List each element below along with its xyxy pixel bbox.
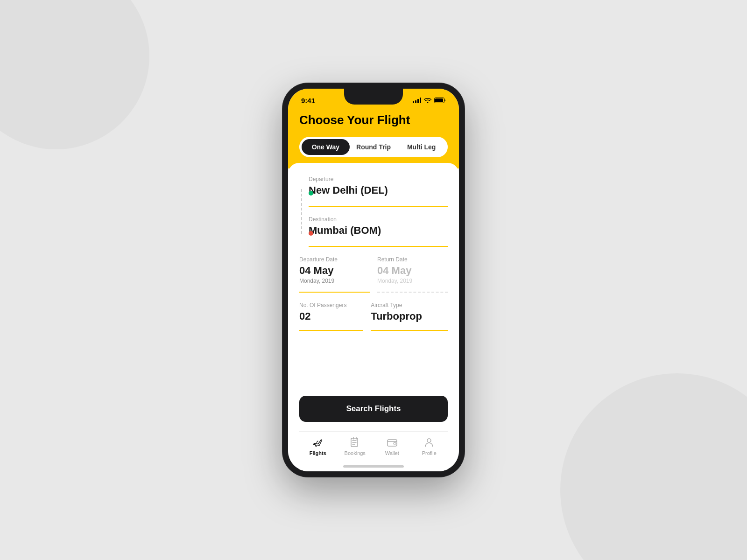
wallet-nav-label: Wallet bbox=[385, 450, 399, 456]
svg-rect-4 bbox=[394, 443, 396, 445]
destination-label: Destination bbox=[309, 216, 448, 223]
route-line bbox=[301, 189, 302, 234]
bottom-nav: Flights Bookings bbox=[299, 431, 448, 465]
bookings-icon bbox=[349, 436, 361, 448]
departure-value: New Delhi (DEL) bbox=[309, 184, 448, 196]
aircraft-value: Turboprop bbox=[371, 310, 448, 322]
svg-point-5 bbox=[427, 439, 431, 442]
svg-rect-1 bbox=[435, 98, 443, 102]
flights-nav-label: Flights bbox=[310, 450, 326, 456]
destination-block[interactable]: Destination Mumbai (BOM) bbox=[309, 216, 448, 247]
return-date-label: Return Date bbox=[377, 256, 448, 263]
return-date-block[interactable]: Return Date 04 May Monday, 2019 bbox=[377, 256, 448, 293]
departure-date-label: Departure Date bbox=[299, 256, 370, 263]
wallet-icon bbox=[386, 436, 398, 448]
nav-item-flights[interactable]: Flights bbox=[304, 436, 332, 456]
nav-item-wallet[interactable]: Wallet bbox=[378, 436, 406, 456]
phone-frame: 9:41 bbox=[282, 83, 465, 477]
departure-date-main: 04 May bbox=[299, 265, 370, 277]
tab-one-way[interactable]: One Way bbox=[302, 139, 350, 155]
passengers-value: 02 bbox=[299, 310, 363, 322]
date-row: Departure Date 04 May Monday, 2019 Retur… bbox=[299, 256, 448, 293]
passengers-row: No. Of Passengers 02 Aircraft Type Turbo… bbox=[299, 302, 448, 331]
form-section: Departure New Delhi (DEL) Destination Mu… bbox=[299, 176, 448, 396]
passengers-label: No. Of Passengers bbox=[299, 302, 363, 308]
destination-dot bbox=[309, 231, 313, 236]
nav-item-bookings[interactable]: Bookings bbox=[341, 436, 369, 456]
trip-type-selector: One Way Round Trip Multi Leg bbox=[299, 137, 448, 157]
profile-icon bbox=[423, 436, 435, 448]
tab-round-trip[interactable]: Round Trip bbox=[350, 139, 398, 155]
departure-block[interactable]: Departure New Delhi (DEL) bbox=[309, 176, 448, 207]
home-indicator-bar bbox=[343, 465, 404, 468]
bookings-nav-label: Bookings bbox=[345, 450, 366, 456]
return-date-main: 04 May bbox=[377, 265, 448, 277]
aircraft-block[interactable]: Aircraft Type Turboprop bbox=[371, 302, 448, 331]
profile-nav-label: Profile bbox=[422, 450, 437, 456]
home-indicator bbox=[299, 465, 448, 471]
departure-date-block[interactable]: Departure Date 04 May Monday, 2019 bbox=[299, 256, 370, 293]
phone-wrapper: 9:41 bbox=[282, 83, 465, 477]
flights-icon bbox=[312, 436, 324, 448]
battery-icon bbox=[434, 98, 446, 103]
departure-dot bbox=[309, 191, 313, 196]
nav-item-profile[interactable]: Profile bbox=[415, 436, 443, 456]
wifi-icon bbox=[424, 98, 431, 103]
destination-value: Mumbai (BOM) bbox=[309, 224, 448, 237]
search-flights-button[interactable]: Search Flights bbox=[299, 396, 448, 422]
signal-bars-icon bbox=[413, 98, 421, 103]
route-section: Departure New Delhi (DEL) Destination Mu… bbox=[299, 176, 448, 247]
departure-date-sub: Monday, 2019 bbox=[299, 278, 370, 284]
notch bbox=[344, 89, 403, 105]
tab-multi-leg[interactable]: Multi Leg bbox=[397, 139, 445, 155]
status-time: 9:41 bbox=[301, 97, 315, 105]
status-icons bbox=[413, 98, 446, 103]
page-title: Choose Your Flight bbox=[299, 109, 448, 137]
return-date-sub: Monday, 2019 bbox=[377, 278, 448, 284]
passengers-block[interactable]: No. Of Passengers 02 bbox=[299, 302, 363, 331]
departure-label: Departure bbox=[309, 176, 448, 182]
phone-screen: 9:41 bbox=[288, 89, 459, 471]
header-section: Choose Your Flight One Way Round Trip Mu… bbox=[288, 109, 459, 168]
main-content: Departure New Delhi (DEL) Destination Mu… bbox=[288, 163, 459, 471]
aircraft-label: Aircraft Type bbox=[371, 302, 448, 308]
